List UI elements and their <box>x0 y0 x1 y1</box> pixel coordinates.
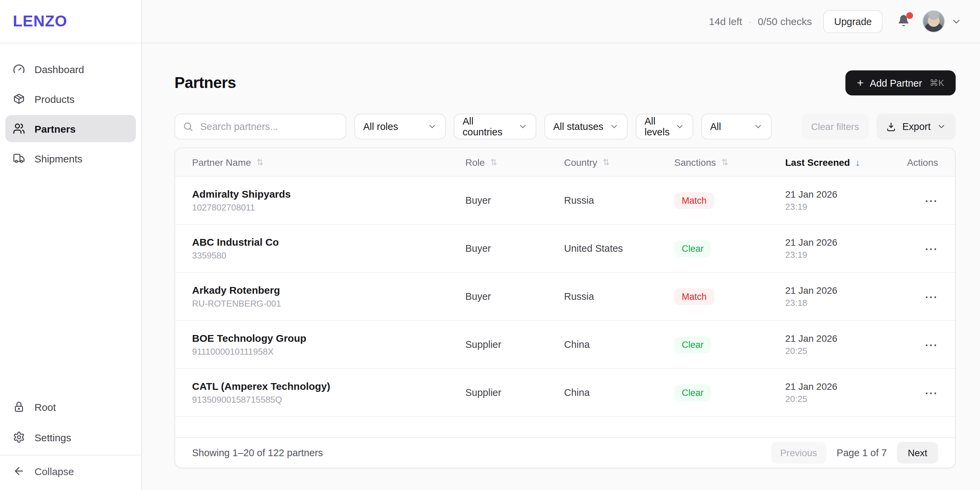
row-actions-button[interactable]: ⋯ <box>924 242 938 255</box>
export-button[interactable]: Export <box>877 114 956 139</box>
sidebar-item-label: Shipments <box>35 153 83 164</box>
partner-role: Buyer <box>465 291 564 302</box>
users-icon <box>13 122 26 136</box>
table-row[interactable]: Arkady Rotenberg RU-ROTENBERG-001 Buyer … <box>175 273 955 321</box>
column-header-role[interactable]: Role ⇅ <box>465 157 564 168</box>
screened-date: 21 Jan 2026 <box>785 381 905 392</box>
screened-date: 21 Jan 2026 <box>785 189 905 200</box>
logo-area: LENZO <box>0 0 142 43</box>
partner-id: 1027802708011 <box>192 203 465 212</box>
dropdown-value: All statuses <box>553 121 603 132</box>
row-actions-button[interactable]: ⋯ <box>924 386 938 399</box>
trial-remaining: 14d left <box>709 16 742 27</box>
sidebar-item-root[interactable]: Root <box>5 393 136 420</box>
row-actions-button[interactable]: ⋯ <box>924 338 938 351</box>
column-header-last-screened[interactable]: Last Screened ↓ <box>785 157 905 168</box>
partner-role: Supplier <box>465 339 564 350</box>
chevron-down-icon <box>675 122 684 131</box>
screened-date: 21 Jan 2026 <box>785 237 905 248</box>
sidebar-item-label: Dashboard <box>35 63 84 75</box>
statuses-filter-dropdown[interactable]: All statuses <box>544 114 628 139</box>
chevron-down-icon <box>937 122 946 131</box>
clear-filters-button[interactable]: Clear filters <box>802 114 869 139</box>
partner-role: Buyer <box>465 243 564 254</box>
filters-bar: All roles All countries All statuses All… <box>175 114 956 139</box>
screened-date: 21 Jan 2026 <box>785 285 905 296</box>
sidebar-item-settings[interactable]: Settings <box>5 424 136 451</box>
page-indicator: Page 1 of 7 <box>837 447 887 458</box>
page-title: Partners <box>175 74 236 92</box>
previous-page-button[interactable]: Previous <box>771 442 826 464</box>
row-actions-button[interactable]: ⋯ <box>924 194 938 207</box>
table-row[interactable]: CATL (Amperex Technology) 91350900158715… <box>175 369 955 417</box>
sanctions-badge: Clear <box>674 384 711 401</box>
chevron-down-icon[interactable] <box>951 16 962 27</box>
topbar: 14d left · 0/50 checks Upgrade <box>142 0 980 43</box>
next-page-button[interactable]: Next <box>897 442 938 464</box>
column-header-sanctions[interactable]: Sanctions ⇅ <box>674 157 785 168</box>
table-footer: Showing 1–20 of 122 partners Previous Pa… <box>175 437 955 468</box>
table-row[interactable]: BOE Technology Group 9111000010111958X S… <box>175 321 955 369</box>
add-partner-button[interactable]: + Add Partner ⌘K <box>845 70 956 96</box>
chevron-down-icon <box>753 122 763 131</box>
sidebar-footer: Root Settings Collapse <box>0 393 142 490</box>
partner-name: CATL (Amperex Technology) <box>192 380 465 392</box>
notifications-button[interactable] <box>897 13 912 29</box>
column-header-partner-name[interactable]: Partner Name ⇅ <box>192 157 465 168</box>
partner-country: China <box>564 387 674 398</box>
table-row[interactable]: Admiralty Shipyards 1027802708011 Buyer … <box>175 177 955 225</box>
checks-usage: 0/50 checks <box>758 16 812 27</box>
roles-filter-dropdown[interactable]: All roles <box>355 114 446 139</box>
sort-icon: ⇅ <box>256 157 263 167</box>
sort-icon: ⇅ <box>721 157 729 167</box>
sort-icon: ⇅ <box>490 157 498 167</box>
chevron-down-icon <box>518 122 528 131</box>
gear-icon <box>13 431 26 444</box>
collapse-sidebar-button[interactable]: Collapse <box>0 455 142 490</box>
plus-icon: + <box>857 76 864 90</box>
truck-icon <box>13 152 26 165</box>
user-avatar[interactable] <box>923 10 945 32</box>
partner-id: 9111000010111958X <box>192 346 465 357</box>
partner-id: 91350900158715585Q <box>192 394 465 405</box>
app-window: LENZO Dashboard Products Partners <box>0 0 980 490</box>
sidebar-item-label: Settings <box>35 431 71 443</box>
sidebar-item-partners[interactable]: Partners <box>5 115 136 142</box>
partner-country: Russia <box>564 195 674 206</box>
row-actions-button[interactable]: ⋯ <box>924 290 938 303</box>
screened-time: 20:25 <box>785 346 905 356</box>
screened-time: 20:25 <box>785 394 905 404</box>
sort-icon: ⇅ <box>603 157 610 167</box>
sanctions-badge: Match <box>674 192 714 209</box>
sidebar-item-shipments[interactable]: Shipments <box>5 145 136 172</box>
sidebar-item-label: Partners <box>35 123 76 134</box>
partner-name: BOE Technology Group <box>192 332 465 344</box>
gauge-icon <box>13 62 26 76</box>
main-area: 14d left · 0/50 checks Upgrade Partners … <box>142 0 980 490</box>
sidebar-item-dashboard[interactable]: Dashboard <box>5 56 136 83</box>
search-icon <box>183 121 193 132</box>
partner-name: ABC Industrial Co <box>192 236 465 248</box>
chevron-down-icon <box>609 122 619 131</box>
sidebar-item-label: Root <box>35 401 56 412</box>
notification-dot <box>906 12 913 19</box>
sidebar-item-products[interactable]: Products <box>5 85 136 112</box>
brand-logo: LENZO <box>13 12 67 30</box>
countries-filter-dropdown[interactable]: All countries <box>454 114 536 139</box>
column-header-country[interactable]: Country ⇅ <box>564 157 674 168</box>
partner-id: 3359580 <box>192 251 465 260</box>
search-input[interactable] <box>199 120 337 132</box>
all-filter-dropdown[interactable]: All <box>702 114 772 139</box>
pagination: Previous Page 1 of 7 Next <box>771 442 938 464</box>
upgrade-button[interactable]: Upgrade <box>823 10 883 33</box>
partner-role: Supplier <box>465 387 564 398</box>
download-icon <box>886 121 896 132</box>
sidebar-item-label: Products <box>35 93 75 105</box>
table-row[interactable]: ABC Industrial Co 3359580 Buyer United S… <box>175 225 955 273</box>
dropdown-value: All levels <box>644 116 670 137</box>
export-label: Export <box>902 121 931 132</box>
partner-country: Russia <box>564 291 674 302</box>
levels-filter-dropdown[interactable]: All levels <box>636 114 693 139</box>
collapse-label: Collapse <box>35 465 74 477</box>
screened-date: 21 Jan 2026 <box>785 333 905 344</box>
